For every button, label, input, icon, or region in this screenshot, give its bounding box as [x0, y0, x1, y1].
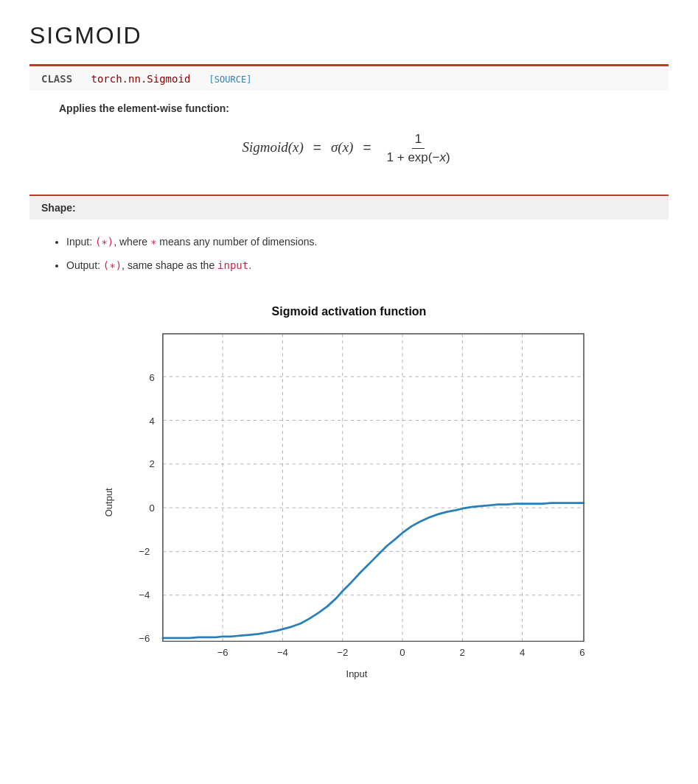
svg-text:0: 0 — [399, 647, 405, 658]
svg-text:2: 2 — [149, 458, 154, 469]
svg-text:6: 6 — [579, 647, 584, 658]
description-text: Applies the element-wise function: — [59, 102, 639, 114]
chart-svg: 6 4 2 0 −2 −4 −6 −6 −4 −2 0 2 4 6 — [114, 326, 600, 665]
chart-title: Sigmoid activation function — [99, 305, 600, 318]
chart-container: Sigmoid activation function Output — [99, 305, 600, 679]
y-axis-label: Output — [99, 326, 114, 679]
svg-text:−4: −4 — [276, 647, 287, 658]
svg-text:−2: −2 — [139, 546, 150, 557]
page-title: SIGMOID — [29, 22, 669, 49]
x-axis-label: Input — [114, 668, 600, 679]
list-item: Input: (∗), where ∗ means any number of … — [66, 231, 669, 252]
svg-text:4: 4 — [149, 416, 154, 427]
svg-text:0: 0 — [149, 503, 154, 514]
svg-text:−6: −6 — [217, 647, 228, 658]
formula-display: Sigmoid(x) = σ(x) = 1 1 + exp(−x) — [59, 132, 639, 165]
shape-section: Shape: Input: (∗), where ∗ means any num… — [29, 196, 669, 276]
chart-body: 6 4 2 0 −2 −4 −6 −6 −4 −2 0 2 4 6 — [114, 326, 600, 679]
class-keyword: CLASS — [41, 73, 72, 85]
svg-text:−6: −6 — [139, 633, 150, 644]
shape-heading: Shape: — [29, 196, 669, 220]
class-name: torch.nn.Sigmoid — [91, 73, 190, 85]
svg-text:2: 2 — [459, 647, 464, 658]
content-area: Applies the element-wise function: Sigmo… — [29, 91, 669, 195]
source-link[interactable]: [SOURCE] — [209, 74, 252, 85]
class-block: CLASS torch.nn.Sigmoid [SOURCE] — [29, 64, 669, 91]
chart-wrap: Output — [99, 326, 600, 679]
svg-text:6: 6 — [149, 372, 154, 383]
list-item: Output: (∗), same shape as the input. — [66, 255, 669, 276]
svg-text:−4: −4 — [139, 589, 150, 601]
shape-list: Input: (∗), where ∗ means any number of … — [29, 231, 669, 276]
svg-text:4: 4 — [519, 647, 524, 658]
svg-text:−2: −2 — [337, 647, 348, 658]
